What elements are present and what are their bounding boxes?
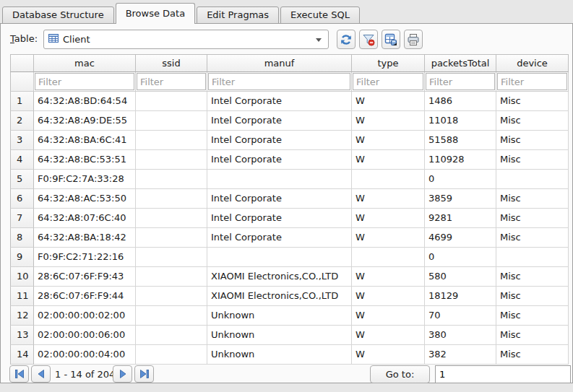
cell-packetsTotal[interactable]: 0 xyxy=(425,170,496,189)
cell-ssid[interactable] xyxy=(136,170,207,189)
cell-type[interactable]: W xyxy=(352,326,425,345)
cell-device[interactable]: Misc xyxy=(496,92,569,111)
row-number[interactable]: 13 xyxy=(10,326,34,345)
column-header-type[interactable]: type xyxy=(352,54,425,72)
cell-manuf[interactable]: XIAOMI Electronics,CO.,LTD xyxy=(207,287,352,306)
cell-device[interactable] xyxy=(496,170,569,189)
cell-mac[interactable]: 02:00:00:00:04:00 xyxy=(34,345,136,365)
filter-input-mac[interactable] xyxy=(35,73,134,90)
cell-ssid[interactable] xyxy=(136,189,207,209)
cell-type[interactable] xyxy=(352,170,425,189)
column-header-mac[interactable]: mac xyxy=(34,54,136,72)
cell-packetsTotal[interactable]: 18129 xyxy=(425,287,496,306)
goto-button[interactable]: Go to: xyxy=(370,365,430,383)
cell-device[interactable]: Misc xyxy=(496,326,569,345)
cell-manuf[interactable]: Intel Corporate xyxy=(207,131,352,150)
cell-device[interactable]: Misc xyxy=(496,150,569,170)
clear-filters-button[interactable] xyxy=(359,30,378,49)
first-page-button[interactable] xyxy=(9,365,29,383)
table-select[interactable]: Client xyxy=(43,30,329,49)
cell-manuf[interactable] xyxy=(207,170,352,189)
cell-mac[interactable]: 28:6C:07:6F:F9:43 xyxy=(34,267,136,287)
cell-mac[interactable]: 64:32:A8:BD:64:54 xyxy=(34,92,136,111)
refresh-button[interactable] xyxy=(337,30,356,49)
cell-mac[interactable]: 64:32:A8:BA:6C:41 xyxy=(34,131,136,150)
row-number[interactable]: 4 xyxy=(10,150,34,170)
cell-type[interactable]: W xyxy=(352,267,425,287)
cell-device[interactable]: Misc xyxy=(496,345,569,365)
cell-device[interactable]: Misc xyxy=(496,287,569,306)
cell-mac[interactable]: 02:00:00:00:02:00 xyxy=(34,306,136,326)
corner-header-cell[interactable] xyxy=(10,54,34,72)
cell-manuf[interactable] xyxy=(207,248,352,267)
cell-mac[interactable]: 64:32:A8:A9:DE:55 xyxy=(34,111,136,131)
cell-packetsTotal[interactable]: 580 xyxy=(425,267,496,287)
row-number[interactable]: 7 xyxy=(10,209,34,228)
cell-packetsTotal[interactable]: 380 xyxy=(425,326,496,345)
row-number[interactable]: 12 xyxy=(10,306,34,326)
filter-input-device[interactable] xyxy=(497,73,567,90)
cell-packetsTotal[interactable]: 1486 xyxy=(425,92,496,111)
cell-device[interactable]: Misc xyxy=(496,267,569,287)
cell-ssid[interactable] xyxy=(136,150,207,170)
row-number[interactable]: 8 xyxy=(10,228,34,248)
tab-edit-pragmas[interactable]: Edit Pragmas xyxy=(197,6,279,24)
cell-manuf[interactable]: Unknown xyxy=(207,326,352,345)
cell-ssid[interactable] xyxy=(136,92,207,111)
cell-ssid[interactable] xyxy=(136,209,207,228)
cell-device[interactable]: Misc xyxy=(496,228,569,248)
cell-type[interactable]: W xyxy=(352,345,425,365)
cell-ssid[interactable] xyxy=(136,111,207,131)
column-header-ssid[interactable]: ssid xyxy=(136,54,207,72)
row-number[interactable]: 14 xyxy=(10,345,34,365)
cell-ssid[interactable] xyxy=(136,326,207,345)
column-header-packetsTotal[interactable]: packetsTotal xyxy=(425,54,496,72)
cell-manuf[interactable]: XIAOMI Electronics,CO.,LTD xyxy=(207,267,352,287)
goto-record-input[interactable] xyxy=(435,365,571,383)
filter-input-packetsTotal[interactable] xyxy=(426,73,495,90)
filter-input-type[interactable] xyxy=(353,73,423,90)
cell-ssid[interactable] xyxy=(136,248,207,267)
cell-packetsTotal[interactable]: 51588 xyxy=(425,131,496,150)
cell-ssid[interactable] xyxy=(136,306,207,326)
column-header-manuf[interactable]: manuf xyxy=(207,54,352,72)
row-number[interactable]: 11 xyxy=(10,287,34,306)
cell-device[interactable]: Misc xyxy=(496,111,569,131)
cell-ssid[interactable] xyxy=(136,287,207,306)
cell-mac[interactable]: 64:32:A8:07:6C:40 xyxy=(34,209,136,228)
tab-database-structure[interactable]: Database Structure xyxy=(2,6,114,24)
cell-mac[interactable]: 02:00:00:00:06:00 xyxy=(34,326,136,345)
cell-packetsTotal[interactable]: 70 xyxy=(425,306,496,326)
cell-ssid[interactable] xyxy=(136,267,207,287)
cell-manuf[interactable]: Intel Corporate xyxy=(207,189,352,209)
cell-ssid[interactable] xyxy=(136,228,207,248)
cell-mac[interactable]: F0:9F:C2:71:22:16 xyxy=(34,248,136,267)
row-number[interactable]: 10 xyxy=(10,267,34,287)
cell-mac[interactable]: 64:32:A8:AC:53:50 xyxy=(34,189,136,209)
cell-manuf[interactable]: Unknown xyxy=(207,306,352,326)
cell-manuf[interactable]: Unknown xyxy=(207,345,352,365)
cell-type[interactable]: W xyxy=(352,150,425,170)
cell-manuf[interactable]: Intel Corporate xyxy=(207,111,352,131)
cell-type[interactable]: W xyxy=(352,287,425,306)
cell-device[interactable]: Misc xyxy=(496,131,569,150)
tab-execute-sql[interactable]: Execute SQL xyxy=(280,6,360,24)
filter-input-ssid[interactable] xyxy=(137,73,206,90)
cell-mac[interactable]: 28:6C:07:6F:F9:44 xyxy=(34,287,136,306)
cell-type[interactable]: W xyxy=(352,131,425,150)
cell-manuf[interactable]: Intel Corporate xyxy=(207,209,352,228)
cell-manuf[interactable]: Intel Corporate xyxy=(207,150,352,170)
last-page-button[interactable] xyxy=(134,365,154,383)
row-number[interactable]: 2 xyxy=(10,111,34,131)
row-number[interactable]: 9 xyxy=(10,248,34,267)
row-number[interactable]: 3 xyxy=(10,131,34,150)
cell-mac[interactable]: 64:32:A8:BC:53:51 xyxy=(34,150,136,170)
cell-device[interactable]: Misc xyxy=(496,209,569,228)
cell-mac[interactable]: 64:32:A8:BA:18:42 xyxy=(34,228,136,248)
tab-browse-data[interactable]: Browse Data xyxy=(116,3,196,24)
cell-type[interactable]: W xyxy=(352,209,425,228)
filter-input-manuf[interactable] xyxy=(208,73,350,90)
cell-type[interactable]: W xyxy=(352,306,425,326)
cell-ssid[interactable] xyxy=(136,345,207,365)
cell-mac[interactable]: F0:9F:C2:7A:33:28 xyxy=(34,170,136,189)
